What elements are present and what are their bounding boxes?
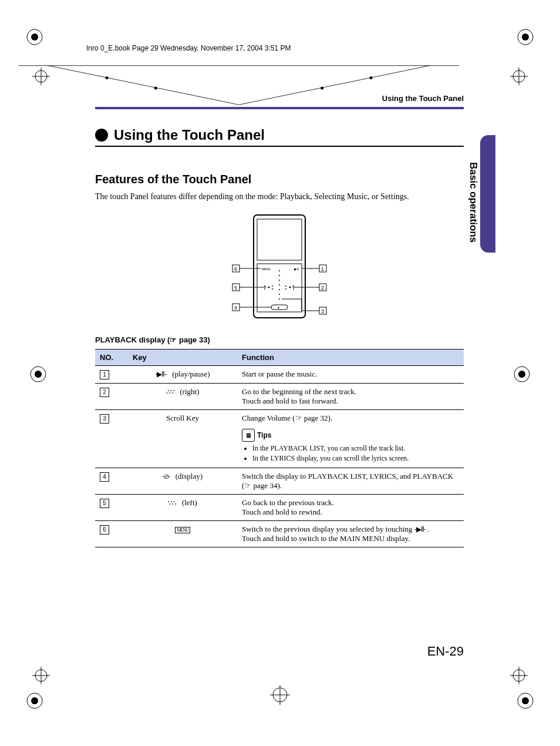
svg-point-40 xyxy=(264,285,265,287)
bullet-icon xyxy=(95,129,108,142)
reference-icon: ☞ xyxy=(170,335,177,344)
table-row: 2 ∴∵ (right) Go to the beginning of the … xyxy=(95,384,464,410)
tip-item: In the LYRICS display, you can scroll th… xyxy=(252,454,459,463)
svg-point-47 xyxy=(293,285,294,287)
func-text: Start or pause the music. xyxy=(237,366,464,384)
reference-icon: ☞ xyxy=(244,481,251,490)
menu-icon: MENU xyxy=(175,527,190,533)
row-number: 6 xyxy=(100,525,109,535)
svg-point-9 xyxy=(31,697,38,704)
svg-point-32 xyxy=(321,87,323,90)
device-figure: MENU ▶Ⅱ ▾ 6 5 4 xyxy=(215,212,344,324)
table-row: 6 MENU Switch to the previous display yo… xyxy=(95,521,464,547)
func-text: page 34). xyxy=(251,481,282,490)
func-text: Go back to the previous track. xyxy=(242,498,459,508)
key-label: (right) xyxy=(180,387,199,396)
svg-point-1 xyxy=(31,33,38,41)
touch-panel-table: NO. Key Function 1 -▶Ⅱ- (play/pause) Sta… xyxy=(95,349,464,547)
th-no: NO. xyxy=(95,350,128,366)
running-head: Using the Touch Panel xyxy=(382,94,464,103)
svg-rect-35 xyxy=(257,219,302,260)
crosshair-icon xyxy=(32,667,50,684)
table-row: 5 ∵∴ (left) Go back to the previous trac… xyxy=(95,495,464,521)
svg-point-52 xyxy=(279,284,280,285)
caption-suffix: page 33) xyxy=(177,335,210,344)
row-number: 3 xyxy=(100,414,109,424)
play-pause-icon: -▶Ⅱ- xyxy=(414,525,426,534)
table-caption: PLAYBACK display (☞ page 33) xyxy=(95,335,464,344)
svg-point-44 xyxy=(289,287,291,288)
display-icon: -⎚- xyxy=(163,472,170,481)
reference-icon: ☞ xyxy=(295,414,302,422)
svg-point-49 xyxy=(279,270,280,271)
registration-mark-icon xyxy=(25,27,45,47)
page-title: Using the Touch Panel xyxy=(114,127,265,143)
tips-label: Tips xyxy=(257,431,271,439)
row-number: 5 xyxy=(100,499,109,508)
key-label: (play/pause) xyxy=(172,369,210,378)
svg-point-39 xyxy=(268,287,270,288)
svg-point-42 xyxy=(272,285,273,287)
svg-point-43 xyxy=(272,288,273,290)
svg-text:3: 3 xyxy=(321,308,324,314)
svg-point-48 xyxy=(293,288,294,290)
svg-text:4: 4 xyxy=(234,305,237,311)
svg-rect-34 xyxy=(254,215,305,318)
tip-item: In the PLAYBACK LIST, you can scroll the… xyxy=(252,444,459,453)
touch-left-icon: ∵∴ xyxy=(168,499,176,508)
svg-point-50 xyxy=(279,275,280,276)
func-text: Touch and hold to fast forward. xyxy=(242,396,459,406)
table-row: 3 Scroll Key Change Volume (☞ page 32). … xyxy=(95,410,464,468)
row-number: 4 xyxy=(100,472,109,482)
svg-point-54 xyxy=(279,294,280,295)
registration-mark-icon xyxy=(515,691,535,711)
svg-point-51 xyxy=(279,280,280,281)
intro-text: The touch Panel features differ dependin… xyxy=(95,192,464,201)
key-label: (display) xyxy=(176,472,203,480)
svg-text:6: 6 xyxy=(234,266,237,272)
svg-point-5 xyxy=(35,371,42,378)
svg-text:5: 5 xyxy=(234,285,237,291)
svg-text:2: 2 xyxy=(321,285,324,291)
svg-point-33 xyxy=(370,76,373,79)
page-frame: Inro 0_E.book Page 29 Wednesday, Novembe… xyxy=(66,23,494,723)
svg-point-7 xyxy=(518,371,525,378)
crosshair-icon xyxy=(510,667,528,684)
row-number: 1 xyxy=(100,370,109,379)
func-text: . xyxy=(427,525,429,533)
svg-point-55 xyxy=(279,298,280,300)
svg-point-3 xyxy=(522,33,529,41)
crosshair-icon xyxy=(510,68,528,85)
play-pause-icon: -▶Ⅱ- xyxy=(155,370,166,379)
crosshair-icon xyxy=(32,68,50,85)
svg-point-53 xyxy=(279,289,280,290)
th-function: Function xyxy=(237,350,464,366)
svg-point-31 xyxy=(154,87,157,90)
registration-mark-icon xyxy=(28,364,48,384)
header-filename: Inro 0_E.book Page 29 Wednesday, Novembe… xyxy=(86,44,494,52)
purple-rule xyxy=(95,107,464,109)
table-row: 1 -▶Ⅱ- (play/pause) Start or pause the m… xyxy=(95,366,464,384)
th-key: Key xyxy=(128,350,237,366)
svg-text:▾: ▾ xyxy=(278,306,279,310)
key-label: (left) xyxy=(182,498,197,507)
touch-right-icon: ∴∵ xyxy=(166,388,174,396)
registration-mark-icon xyxy=(515,27,535,47)
svg-point-45 xyxy=(285,285,286,287)
section-heading: Features of the Touch Panel xyxy=(95,173,464,186)
caption-prefix: PLAYBACK display ( xyxy=(95,335,170,344)
page-number: EN-29 xyxy=(427,644,464,659)
func-text: Change Volume ( xyxy=(242,414,295,422)
func-text: Go to the beginning of the next track. xyxy=(242,387,459,396)
svg-rect-56 xyxy=(271,305,288,310)
row-number: 2 xyxy=(100,388,109,397)
func-text: page 32). xyxy=(302,414,333,422)
key-label: Scroll Key xyxy=(166,414,199,422)
svg-line-28 xyxy=(48,66,239,105)
svg-point-41 xyxy=(264,288,265,290)
svg-text:MENU: MENU xyxy=(262,267,271,271)
tips-icon: ≣ xyxy=(242,429,255,442)
svg-text:▶Ⅱ: ▶Ⅱ xyxy=(294,267,299,271)
svg-text:1: 1 xyxy=(321,266,324,272)
table-row: 4 -⎚- (display) Switch the display to PL… xyxy=(95,468,464,495)
